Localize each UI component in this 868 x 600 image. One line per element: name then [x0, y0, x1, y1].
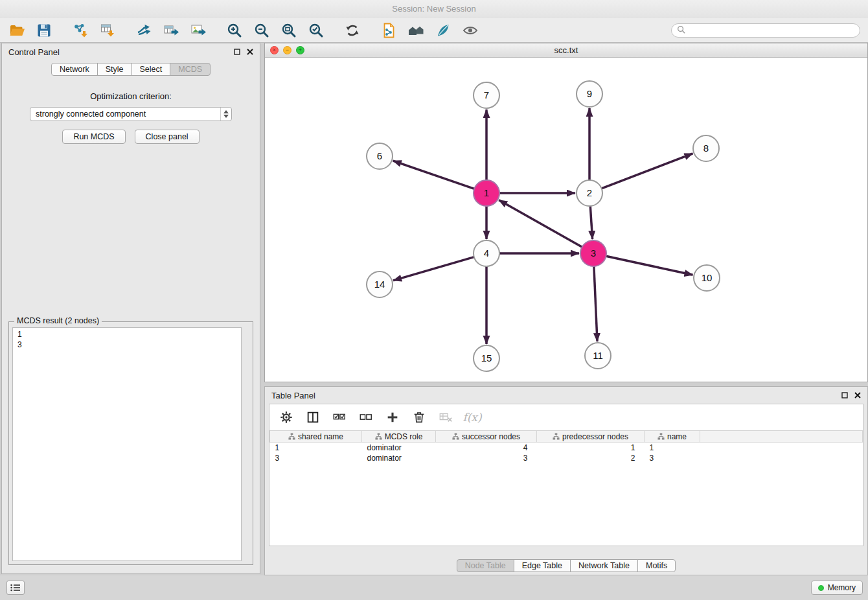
add-row-icon[interactable]	[385, 410, 400, 425]
node-8[interactable]: 8	[693, 135, 719, 161]
search-input[interactable]	[689, 25, 854, 36]
zoom-out-icon[interactable]	[253, 21, 271, 40]
node-10[interactable]: 10	[694, 265, 720, 291]
show-columns-icon[interactable]	[305, 410, 321, 425]
table-cell[interactable]: 2	[537, 453, 645, 463]
edge-1-6[interactable]	[393, 161, 474, 189]
node-14[interactable]: 14	[367, 271, 393, 297]
node-7[interactable]: 7	[474, 82, 499, 108]
close-table-panel-icon[interactable]	[854, 392, 861, 398]
network-graph[interactable]: 7968124314101511	[265, 58, 867, 382]
tab-motifs[interactable]: Motifs	[637, 559, 676, 572]
column-header-predecessor-nodes[interactable]: predecessor nodes	[537, 431, 645, 443]
node-4[interactable]: 4	[474, 240, 499, 266]
refresh-icon[interactable]	[343, 21, 361, 40]
network-window-titlebar[interactable]: × − + scc.txt	[265, 43, 867, 58]
tab-edge-table[interactable]: Edge Table	[514, 559, 571, 572]
network-window-title: scc.txt	[554, 45, 578, 55]
tab-select[interactable]: Select	[131, 63, 171, 76]
tab-mcds[interactable]: MCDS	[170, 63, 211, 76]
column-header-mcds-role[interactable]: MCDS role	[362, 431, 436, 443]
run-mcds-button[interactable]: Run MCDS	[62, 130, 125, 144]
table-cell[interactable]: 3	[270, 453, 362, 463]
float-panel-icon[interactable]	[234, 49, 240, 55]
criterion-dropdown[interactable]: strongly connected component	[30, 107, 232, 121]
close-window-button[interactable]: ×	[270, 46, 279, 54]
tab-network[interactable]: Network	[51, 63, 98, 76]
edge-3-11[interactable]	[594, 266, 597, 341]
network-document-icon[interactable]	[380, 21, 398, 40]
node-1[interactable]: 1	[474, 180, 499, 206]
delete-row-icon[interactable]	[411, 410, 427, 425]
column-header-name[interactable]: name	[645, 431, 700, 443]
edge-3-10[interactable]	[606, 256, 693, 275]
table-cell[interactable]: 1	[270, 443, 362, 454]
maximize-window-button[interactable]: +	[296, 46, 304, 54]
table-cell[interactable]: 1	[645, 443, 700, 454]
tab-style[interactable]: Style	[97, 63, 132, 76]
column-settings-icon[interactable]	[279, 410, 294, 425]
zoom-in-icon[interactable]	[225, 21, 244, 40]
main-toolbar	[0, 18, 868, 43]
search-box[interactable]	[671, 23, 860, 38]
select-all-icon[interactable]	[332, 410, 347, 425]
tab-node-table[interactable]: Node Table	[457, 559, 514, 572]
node-2[interactable]: 2	[577, 180, 602, 206]
node-3[interactable]: 3	[580, 240, 606, 266]
float-table-panel-icon[interactable]	[841, 392, 848, 398]
node-15[interactable]: 15	[474, 345, 499, 371]
column-header-successor-nodes[interactable]: successor nodes	[436, 431, 537, 443]
edge-2-3[interactable]	[590, 206, 592, 239]
table-toolbar: f(x)	[269, 404, 863, 430]
toolbar-group	[71, 21, 117, 40]
svg-text:8: 8	[703, 143, 709, 154]
svg-text:2: 2	[587, 187, 592, 198]
edge-3-1[interactable]	[499, 200, 582, 247]
node-6[interactable]: 6	[367, 143, 393, 169]
table-cell[interactable]: dominator	[362, 443, 436, 454]
table-cell[interactable]: 3	[436, 453, 537, 463]
export-table-icon[interactable]	[162, 21, 180, 40]
svg-text:6: 6	[377, 150, 382, 161]
edge-2-8[interactable]	[602, 154, 693, 189]
memory-button[interactable]: Memory	[811, 581, 863, 595]
deselect-all-icon[interactable]	[358, 410, 374, 425]
zoom-selected-icon[interactable]	[307, 21, 325, 40]
open-folder-icon[interactable]	[8, 21, 26, 40]
optimization-criterion-label: Optimization criterion:	[2, 91, 260, 101]
table-cell[interactable]: dominator	[362, 453, 436, 463]
import-table-icon[interactable]	[98, 21, 117, 40]
close-panel-button[interactable]: Close panel	[135, 130, 200, 144]
table-cell[interactable]: 3	[645, 453, 700, 463]
toolbar-group	[8, 21, 53, 40]
node-11[interactable]: 11	[585, 343, 611, 369]
edge-4-14[interactable]	[393, 257, 474, 281]
minimize-window-button[interactable]: −	[283, 46, 291, 54]
import-network-icon[interactable]	[71, 21, 89, 40]
table-row[interactable]: 3dominator323	[270, 453, 863, 463]
control-panel-title: Control Panel	[8, 47, 60, 57]
table-cell[interactable]: 1	[537, 443, 645, 454]
mcds-result-list[interactable]: 1 3	[12, 327, 242, 561]
table-row[interactable]: 1dominator411	[270, 443, 863, 454]
control-panel-tabs: NetworkStyleSelectMCDS	[2, 63, 260, 76]
column-header-shared-name[interactable]: shared name	[270, 431, 362, 443]
node-table: shared nameMCDS rolesuccessor nodesprede…	[269, 430, 863, 463]
zoom-fit-icon[interactable]	[280, 21, 298, 40]
save-icon[interactable]	[35, 21, 53, 40]
svg-text:3: 3	[591, 248, 596, 259]
table-cell[interactable]: 4	[436, 443, 537, 454]
close-panel-icon[interactable]	[247, 49, 253, 55]
task-history-button[interactable]	[6, 581, 25, 595]
eye-icon[interactable]	[461, 21, 479, 40]
window-titlebar[interactable]: Session: New Session	[0, 0, 868, 18]
style-brush-icon[interactable]	[434, 21, 452, 40]
export-image-icon[interactable]	[189, 21, 207, 40]
node-9[interactable]: 9	[577, 81, 602, 107]
delete-column-icon	[438, 410, 453, 425]
network-window: × − + scc.txt 7968124314101511	[264, 43, 868, 382]
network-canvas[interactable]: 7968124314101511	[265, 58, 867, 382]
split-arrows-icon[interactable]	[135, 21, 153, 40]
tab-network-table[interactable]: Network Table	[570, 559, 638, 572]
home-layout-icon[interactable]	[407, 21, 425, 40]
